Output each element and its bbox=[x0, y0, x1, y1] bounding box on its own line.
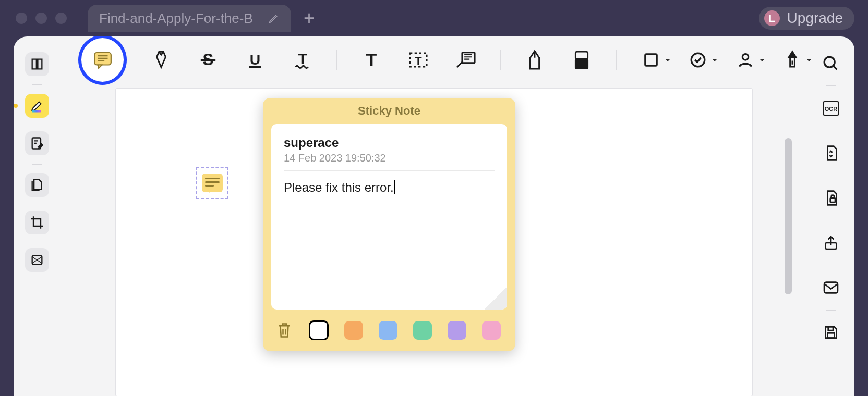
note-color-green[interactable] bbox=[413, 321, 432, 340]
save-button[interactable] bbox=[821, 322, 841, 343]
sticky-note-timestamp: 14 Feb 2023 19:50:32 bbox=[284, 152, 495, 171]
toolbar-separator bbox=[616, 49, 617, 70]
text-tool[interactable]: T bbox=[358, 46, 384, 73]
svg-rect-12 bbox=[201, 59, 215, 61]
upgrade-button[interactable]: L Upgrade bbox=[759, 7, 854, 30]
svg-text:T: T bbox=[366, 51, 377, 69]
sticky-note-popup: Sticky Note superace 14 Feb 2023 19:50:3… bbox=[263, 98, 515, 351]
window-minimize-dot[interactable] bbox=[35, 13, 47, 24]
shape-tool[interactable] bbox=[638, 46, 664, 73]
delete-note-button[interactable] bbox=[276, 321, 293, 339]
rail-separator bbox=[32, 84, 42, 85]
highlight-tool[interactable] bbox=[148, 46, 174, 73]
note-color-white[interactable] bbox=[309, 320, 329, 340]
search-button[interactable] bbox=[821, 53, 841, 74]
pen-tool[interactable] bbox=[522, 46, 548, 73]
note-anchor[interactable] bbox=[196, 167, 228, 199]
note-color-pink[interactable] bbox=[482, 321, 501, 340]
protect-button[interactable] bbox=[821, 188, 841, 208]
svg-rect-14 bbox=[249, 66, 261, 68]
toolbar-separator bbox=[500, 49, 501, 70]
window-close-dot[interactable] bbox=[16, 13, 27, 24]
eraser-tool[interactable] bbox=[569, 46, 595, 73]
callout-tool[interactable] bbox=[453, 46, 479, 73]
svg-rect-19 bbox=[462, 53, 475, 63]
upgrade-label: Upgrade bbox=[787, 10, 843, 27]
mail-button[interactable] bbox=[821, 277, 841, 298]
window-zoom-dot[interactable] bbox=[55, 13, 67, 24]
new-tab-button[interactable]: + bbox=[304, 9, 315, 28]
svg-rect-6 bbox=[830, 198, 835, 202]
page-fold-icon bbox=[484, 287, 507, 310]
document-tab[interactable]: Find-and-Apply-For-the-B bbox=[88, 5, 291, 32]
user-stamp-tool[interactable] bbox=[732, 46, 758, 73]
svg-rect-21 bbox=[576, 59, 588, 68]
highlighter-tool-button[interactable] bbox=[25, 94, 49, 118]
svg-rect-22 bbox=[645, 54, 657, 66]
signature-tool[interactable] bbox=[779, 46, 805, 73]
rail-separator bbox=[32, 164, 42, 165]
sticky-note-title: Sticky Note bbox=[263, 98, 515, 124]
page-tool-button[interactable] bbox=[25, 173, 49, 197]
svg-text:OCR: OCR bbox=[825, 106, 838, 112]
sticky-note-body: superace 14 Feb 2023 19:50:32 Please fix… bbox=[271, 124, 507, 310]
sticky-note-author: superace bbox=[284, 135, 495, 150]
note-annotation-tool[interactable] bbox=[78, 36, 127, 85]
sticky-note-content[interactable]: Please fix this error. bbox=[284, 180, 495, 195]
note-color-orange[interactable] bbox=[344, 321, 363, 340]
svg-point-24 bbox=[742, 54, 748, 60]
document-tab-title: Find-and-Apply-For-the-B bbox=[99, 10, 265, 27]
svg-point-3 bbox=[824, 57, 835, 67]
ocr-button[interactable]: OCR bbox=[821, 98, 841, 119]
underline-tool[interactable]: U bbox=[242, 46, 268, 73]
svg-rect-0 bbox=[32, 110, 41, 113]
note-icon bbox=[202, 174, 223, 192]
stamp-tool[interactable] bbox=[685, 46, 711, 73]
traffic-lights bbox=[16, 13, 67, 24]
squiggly-tool[interactable]: T bbox=[290, 46, 316, 73]
note-color-blue[interactable] bbox=[379, 321, 397, 340]
note-color-purple[interactable] bbox=[448, 321, 466, 340]
vertical-scrollbar[interactable] bbox=[785, 138, 792, 294]
svg-text:U: U bbox=[250, 51, 260, 68]
rail-separator bbox=[826, 85, 836, 86]
crop-tool-button[interactable] bbox=[25, 211, 49, 234]
strikethrough-tool[interactable]: S bbox=[195, 46, 221, 73]
rail-separator bbox=[826, 310, 836, 311]
toolbar-separator bbox=[336, 49, 337, 70]
rename-tab-icon[interactable] bbox=[268, 13, 280, 24]
svg-text:T: T bbox=[298, 51, 307, 67]
svg-rect-8 bbox=[824, 282, 838, 293]
textbox-tool[interactable]: T bbox=[405, 46, 431, 73]
share-button[interactable] bbox=[821, 232, 841, 253]
reader-mode-button[interactable] bbox=[25, 52, 49, 76]
svg-text:T: T bbox=[415, 54, 423, 67]
edit-tool-button[interactable] bbox=[25, 131, 49, 155]
convert-button[interactable] bbox=[821, 143, 841, 164]
svg-rect-9 bbox=[827, 333, 834, 338]
svg-rect-20 bbox=[576, 52, 588, 59]
user-avatar: L bbox=[764, 10, 780, 26]
redact-tool-button[interactable] bbox=[25, 248, 49, 272]
